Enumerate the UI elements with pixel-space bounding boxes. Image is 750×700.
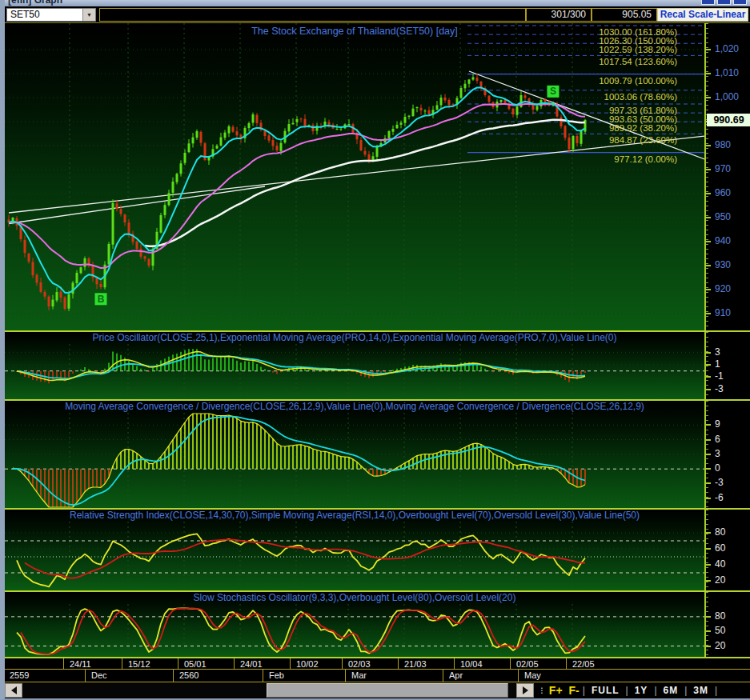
toolbar: SET50 ▼ 301/300 905.05 Recal Scale-Linea… [5, 6, 750, 23]
window-titlebar: [efin] Graph [5, 0, 750, 6]
font-decrease-button[interactable]: F- [569, 684, 580, 697]
maximize-icon[interactable] [717, 0, 731, 5]
x-axis-date-label: 10/04 [460, 659, 483, 669]
fib-level-label: 984.87 (23.60%) [609, 135, 677, 145]
chevron-down-icon[interactable]: ▼ [82, 9, 95, 21]
stochastics-chart[interactable] [5, 604, 704, 657]
axis-tick-label: 60 [715, 542, 725, 554]
window-title: [efin] Graph [8, 0, 62, 6]
x-axis-separator [234, 658, 235, 669]
x-axis-separator [566, 658, 567, 669]
macd-chart[interactable] [5, 413, 704, 508]
close-icon[interactable] [733, 0, 747, 5]
x-axis-month-label: Dec [91, 670, 107, 680]
x-axis-date-label: 02/05 [516, 659, 539, 669]
x-axis-date-label: 02/03 [348, 659, 371, 669]
main-price-chart[interactable]: BS1030.00 (161.80%)1026.30 (150.00%)1022… [5, 23, 704, 330]
axis-tick-label: -6 [715, 492, 724, 503]
axis-tick-label: 940 [715, 235, 731, 246]
x-axis-separator [263, 670, 263, 682]
axis-tick [706, 241, 711, 242]
recal-scale-button[interactable]: Recal Scale-Linear [657, 8, 748, 22]
axis-tick-label: 3 [715, 448, 720, 459]
axis-tick [706, 498, 711, 499]
axis-tick [706, 389, 711, 390]
axis-tick-label: 80 [715, 610, 725, 622]
axis-tick [706, 439, 711, 441]
arrow-left-icon [11, 686, 17, 694]
price-oscillator-axis: 31-1-3 [704, 332, 750, 399]
x-axis-month-label: Apr [449, 670, 463, 680]
panel-title-price-oscillator: Price Oscillator(CLOSE,25,1),Exponential… [5, 332, 704, 344]
axis-tick [706, 468, 711, 470]
axis-tick-label: -3 [715, 477, 724, 488]
symbol-combobox[interactable]: SET50 ▼ [6, 8, 96, 22]
scroll-left-button[interactable] [5, 683, 22, 698]
axis-tick-label: 950 [715, 211, 731, 222]
range-1y-button[interactable]: 1Y [635, 685, 648, 696]
toolbar-blank-field[interactable] [99, 8, 526, 22]
axis-tick-label: 970 [715, 163, 731, 174]
x-axis-date-label: 24/01 [240, 659, 263, 669]
x-axis-separator [290, 658, 291, 669]
x-axis-separator [85, 670, 86, 682]
x-axis-separator [454, 658, 455, 669]
axis-tick-label: 1,010 [715, 67, 739, 78]
bar-count-field[interactable]: 301/300 [526, 8, 592, 22]
macd-axis: 9630-3-6 [704, 401, 750, 508]
separator: | [583, 685, 585, 696]
main-chart-panel: The Stock Exchange of Thailand(SET50) [d… [5, 23, 750, 330]
axis-tick-label: 910 [715, 307, 731, 318]
axis-tick [706, 217, 711, 218]
axis-tick [706, 376, 711, 378]
bottom-bar: ⁝ F+ F- | FULL | 1Y | 6M | 3M | [5, 682, 750, 698]
range-3m-button[interactable]: 3M [693, 685, 708, 696]
scroll-right-button[interactable] [516, 683, 534, 698]
axis-tick [706, 548, 711, 550]
range-6m-button[interactable]: 6M [664, 685, 679, 696]
x-axis-separator [398, 658, 399, 669]
panel-title-macd: Moving Average Convergence / Divergence(… [5, 401, 704, 413]
separator: | [715, 685, 717, 696]
axis-tick-label: 1 [715, 358, 720, 370]
axis-tick-label: 960 [715, 187, 731, 198]
sell-signal-marker: S [550, 86, 556, 97]
axis-tick [706, 482, 711, 484]
x-axis-date-label: 24/11 [70, 659, 91, 669]
axis-tick-label: 1,020 [715, 43, 739, 54]
x-axis-date-label: 22/05 [572, 659, 595, 669]
axis-tick [706, 580, 711, 582]
x-axis-separator [510, 658, 511, 669]
x-axis-month-label: May [524, 670, 541, 680]
x-axis-date-label: 21/03 [404, 659, 427, 669]
axis-tick-label: 1,000 [715, 91, 739, 102]
buy-signal-marker: B [98, 294, 105, 305]
scrollbar-track[interactable] [22, 683, 516, 698]
range-full-button[interactable]: FULL [592, 685, 620, 696]
price-oscillator-chart[interactable] [5, 344, 704, 399]
rsi-axis: 80604020 [704, 510, 750, 590]
axis-tick-label: 6 [715, 434, 720, 445]
panel-stochastics: Slow Stochastics Oscillator(9,3,3),Overb… [5, 590, 750, 657]
axis-tick [706, 352, 711, 354]
axis-tick [706, 364, 711, 366]
scrollbar-thumb[interactable] [267, 683, 508, 698]
axis-tick-label: 9 [715, 418, 720, 430]
rsi-chart[interactable] [5, 522, 704, 590]
window-controls[interactable] [701, 0, 747, 5]
axis-tick [706, 424, 711, 426]
x-axis-separator [63, 658, 64, 669]
base-value-field[interactable]: 905.05 [592, 8, 657, 22]
axis-tick [706, 532, 711, 534]
panel-price-oscillator: Price Oscillator(CLOSE,25,1),Exponential… [5, 330, 750, 399]
fib-level-label: 1003.06 (78.60%) [604, 92, 678, 102]
x-axis-separator [518, 670, 519, 682]
x-axis-separator [342, 658, 343, 669]
axis-tick [706, 630, 711, 632]
minimize-icon[interactable] [701, 0, 715, 5]
x-axis-month-label: 2559 [10, 670, 29, 680]
x-axis-separator [178, 658, 178, 669]
axis-tick-label: -1 [715, 370, 724, 382]
axis-tick-label: 20 [715, 574, 725, 586]
font-increase-button[interactable]: F+ [549, 684, 563, 697]
